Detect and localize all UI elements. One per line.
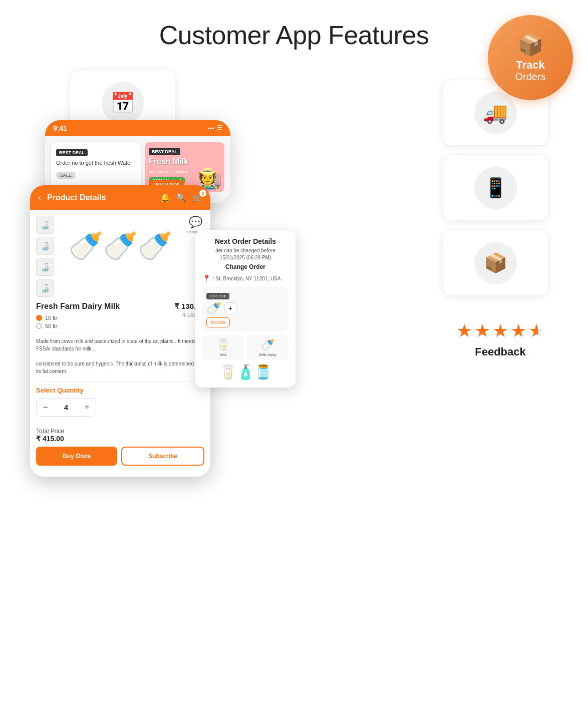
whatsapp-icon: 💬: [189, 216, 202, 229]
left-area: 📅 9:41 ▪▪▪ ☰ BE: [30, 70, 428, 521]
deal-text-left: Order no to get the fresh Water: [56, 159, 136, 167]
payment-card: 📱: [443, 155, 548, 220]
milk-products-row: 🥛🧴🫙: [202, 364, 288, 381]
star-1: ★: [456, 320, 472, 341]
product-images-row: 🍶 🍶 🍶 🍶 🍼🍼🍼 💬 Order Via: [36, 216, 204, 297]
product-header-title: Product Details: [47, 193, 154, 202]
change-order-link[interactable]: Change Order: [202, 263, 288, 270]
product-grid-mini: 🥛 Milk 🍼 Milk dairy: [202, 335, 288, 360]
qty-increase-button[interactable]: +: [78, 399, 96, 416]
star-4: ★: [510, 320, 526, 341]
product-description: Made from cows milk and pasteurized in s…: [36, 333, 204, 375]
description-text-1: Made from cows milk and pasteurized in s…: [36, 337, 204, 352]
star-3: ★: [492, 320, 508, 341]
address-row: 📍 : St, Brooklyn, NY 11201, USA: [202, 274, 288, 282]
grid-dairy-label: Milk dairy: [250, 352, 285, 357]
product-mini-row: 🍼 +: [206, 301, 284, 315]
menu-icon: ☰: [217, 125, 222, 132]
payment-icon: 📱: [484, 177, 507, 199]
next-order-subtitle: der can be changed before 15/01/2025 (06…: [202, 247, 288, 261]
status-bar: 9:41 ▪▪▪ ☰: [45, 120, 230, 136]
qty-decrease-button[interactable]: −: [37, 399, 54, 416]
radio-option-50ltr[interactable]: 50 ltr: [36, 323, 204, 329]
thumbnail-1[interactable]: 🍶: [36, 216, 54, 234]
deal-banner-inner: BEST DEAL Fresh Milk Your choice is heal…: [145, 142, 224, 192]
radio-dot-active: [36, 315, 42, 321]
location-icon-circle: 📦: [474, 242, 517, 284]
option-50ltr-label: 50 ltr: [45, 323, 57, 329]
product-thumbnails: 🍶 🍶 🍶 🍶: [36, 216, 54, 297]
star-half: ★: [528, 320, 544, 341]
address-text: : St, Brooklyn, NY 11201, USA: [213, 276, 280, 281]
box-icon: 📦: [517, 33, 543, 57]
product-header: ‹ Product Details 🔔 🔍 🛒 5: [30, 185, 210, 210]
product-mini-card: 33% OFF 🍼 + bscribe: [202, 286, 288, 331]
discount-badge: 33% OFF: [206, 293, 229, 299]
delivery-icon-circle: 🚚: [474, 92, 517, 134]
thumbnail-2[interactable]: 🍶: [36, 237, 54, 255]
option-10ltr-label: 10 ltr: [45, 315, 57, 321]
total-price-section: Total Price ₹ 415.00: [36, 423, 204, 443]
feedback-section: ★ ★ ★ ★ ★ Feedback: [443, 320, 558, 358]
cart-icon[interactable]: 🛒 5: [192, 193, 202, 202]
track-label: Track: [516, 59, 545, 71]
page-wrapper: Customer App Features 📦 Track Orders 📅 9…: [0, 0, 588, 726]
track-orders-badge[interactable]: 📦 Track Orders: [488, 15, 573, 100]
bell-icon[interactable]: 🔔: [160, 193, 170, 202]
calendar-icon: 📅: [102, 82, 144, 124]
subscribe-mini-button[interactable]: bscribe: [206, 317, 230, 327]
payment-icon-circle: 📱: [474, 167, 517, 209]
radio-dot-inactive: [36, 323, 42, 329]
feedback-label: Feedback: [443, 345, 558, 358]
buy-once-button[interactable]: Buy Once: [36, 447, 117, 466]
location-pin-icon: 📍: [202, 274, 211, 282]
best-deal-tag-left: BEST DEAL: [56, 149, 88, 156]
status-icons: ▪▪▪ ☰: [207, 125, 222, 132]
grid-milk-label: Milk: [205, 352, 241, 357]
deal-banner-left: BEST DEAL Order no to get the fresh Wate…: [51, 142, 141, 192]
product-info: Fresh Farm Dairy Milk ₹ 130.00 ₹ 150.00: [36, 302, 204, 311]
search-icon[interactable]: 🔍: [176, 193, 186, 202]
header-icons: 🔔 🔍 🛒 5: [160, 193, 202, 202]
product-body: 🍶 🍶 🍶 🍶 🍼🍼🍼 💬 Order Via: [30, 210, 210, 477]
location-tracking-card: 📦: [443, 230, 548, 295]
thumbnail-4[interactable]: 🍶: [36, 279, 54, 297]
milk-bottles-image: 🍼🍼🍼: [69, 230, 172, 262]
qty-value: 4: [54, 403, 78, 412]
total-amount: ₹ 415.00: [36, 435, 64, 443]
sale-badge: SALE: [56, 172, 76, 179]
fresh-milk-sub: Your choice is healthy: [149, 170, 188, 174]
right-area: 🚚 📱 📦 ★ ★ ★ ★: [443, 70, 558, 521]
back-button[interactable]: ‹: [38, 192, 41, 203]
next-order-overlay: Next Order Details der can be changed be…: [195, 230, 296, 388]
best-deal-tag-right: BEST DEAL: [149, 148, 180, 155]
thumbnail-3[interactable]: 🍶: [36, 258, 54, 276]
deal-banner-right: BEST DEAL Fresh Milk Your choice is heal…: [145, 142, 224, 192]
stars-row: ★ ★ ★ ★ ★: [443, 320, 558, 341]
next-order-title: Next Order Details: [202, 237, 288, 245]
add-mini-button[interactable]: +: [224, 302, 236, 314]
time-display: 9:41: [53, 124, 67, 132]
total-price-left: Total Price ₹ 415.00: [36, 428, 64, 443]
star-2: ★: [474, 320, 490, 341]
calendar-emoji: 📅: [110, 91, 135, 115]
subscribe-button[interactable]: Subscribe: [121, 447, 204, 466]
fresh-milk-title: Fresh Milk: [149, 157, 188, 166]
total-label: Total Price: [36, 428, 64, 435]
radio-option-10ltr[interactable]: 10 ltr: [36, 315, 182, 321]
location-icon: 📦: [484, 252, 507, 274]
product-main-image: 🍼🍼🍼: [58, 216, 183, 276]
select-quantity-section: Select Quantity − 4 +: [36, 381, 204, 417]
main-layout: 📅 9:41 ▪▪▪ ☰ BE: [30, 70, 558, 521]
grid-dairy-icon: 🍼: [250, 338, 285, 351]
page-title: Customer App Features: [30, 20, 558, 50]
phone-mockup-product: ‹ Product Details 🔔 🔍 🛒 5: [30, 185, 210, 477]
grid-item-milk[interactable]: 🥛 Milk: [202, 335, 244, 360]
product-name: Fresh Farm Dairy Milk: [36, 302, 120, 310]
cart-badge-count: 5: [199, 190, 206, 197]
orders-label: Orders: [515, 71, 545, 83]
action-buttons: Buy Once Subscribe: [36, 447, 204, 471]
signal-icon: ▪▪▪: [207, 125, 214, 132]
qty-control: − 4 +: [36, 398, 96, 417]
grid-item-milk-dairy[interactable]: 🍼 Milk dairy: [247, 335, 288, 360]
